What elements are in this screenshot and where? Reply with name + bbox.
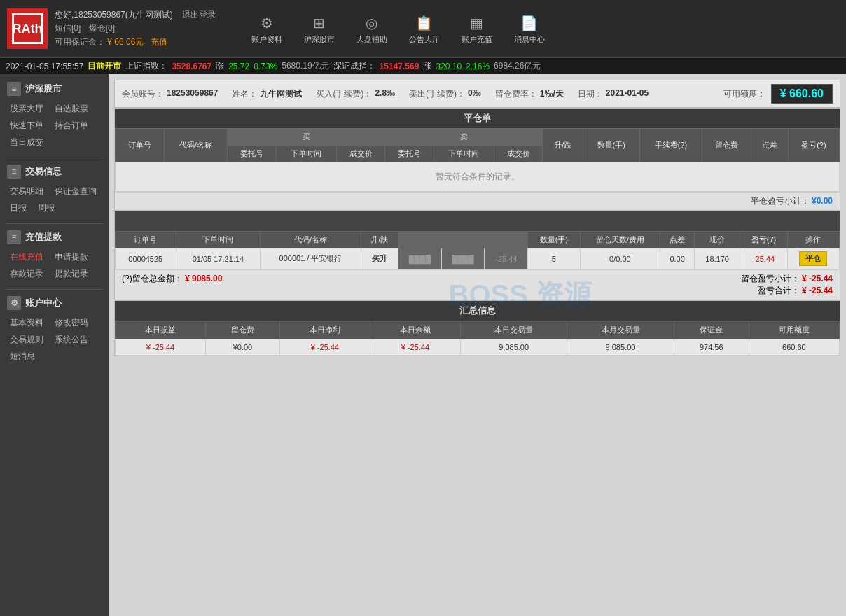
flat-position-button[interactable]: 平仓 xyxy=(799,251,827,266)
nav-assistant-label: 大盘辅助 xyxy=(356,34,387,45)
nav-account[interactable]: ⚙ 账户资料 xyxy=(247,13,286,45)
sidebar-item-trade-detail[interactable]: 交易明细 xyxy=(7,184,46,199)
recharge-link[interactable]: 充值 xyxy=(151,37,167,47)
th-order-no: 订单号 xyxy=(116,129,165,162)
short-msg: 短信[0] xyxy=(55,23,81,33)
pos-qty: 5 xyxy=(528,248,580,270)
sidebar-item-online-recharge[interactable]: 在线充值 xyxy=(7,250,46,265)
pos-th-code-name: 代码/名称 xyxy=(261,232,361,248)
position-panel: 订单号 下单时间 代码/名称 升/跌 数量(手) 留仓天数/费用 点差 现价 盈… xyxy=(114,211,840,300)
name-label: 姓名： xyxy=(232,88,257,100)
logout-button[interactable]: 退出登录 xyxy=(182,10,216,20)
th-overnight: 留仓费 xyxy=(702,129,751,162)
summary-th-3: 本日余额 xyxy=(370,321,460,340)
date-label: 日期： xyxy=(578,88,603,100)
summary-val-0: ¥ -25.44 xyxy=(116,340,206,356)
sidebar-title-shanghai: 沪深股市 xyxy=(25,83,62,95)
total-value: ¥ -25.44 xyxy=(802,286,833,295)
ticker-sz-vol: 6984.26亿元 xyxy=(494,60,541,72)
pos-order-no: 00004525 xyxy=(116,248,176,270)
nav-message[interactable]: 📄 消息中心 xyxy=(510,13,548,45)
position-table: 订单号 下单时间 代码/名称 升/跌 数量(手) 留仓天数/费用 点差 现价 盈… xyxy=(115,231,840,270)
summary-th-5: 本月交易量 xyxy=(567,321,674,340)
sidebar-item-hold-order[interactable]: 持合订单 xyxy=(52,118,91,133)
explosion: 爆仓[0] xyxy=(89,23,115,33)
sidebar-item-stock-hall[interactable]: 股票大厅 xyxy=(7,102,46,116)
pos-overnight-days: 0/0.00 xyxy=(580,248,660,270)
summary-th-1: 留仓费 xyxy=(206,321,280,340)
pos-operation[interactable]: 平仓 xyxy=(787,248,839,270)
flat-footer-amount: ¥0.00 xyxy=(812,196,833,206)
flat-footer-text: 平仓盈亏小计： xyxy=(751,196,810,206)
sidebar-submenu-shanghai: 股票大厅 自选股票 快速下单 持合订单 当日成交 xyxy=(0,100,109,154)
name-field: 姓名： 九牛网测试 xyxy=(232,88,302,100)
content-area: 会员账号： 18253059867 姓名： 九牛网测试 买入(手续费)： 2.8… xyxy=(109,74,846,616)
ticker-status: 目前开市 xyxy=(88,60,121,72)
sidebar-item-deposit-record[interactable]: 存款记录 xyxy=(7,267,46,281)
sidebar-section-account-center: ⚙ 账户中心 基本资料 修改密码 交易规则 系统公告 短消息 xyxy=(0,292,109,368)
sidebar-item-daily[interactable]: 日报 xyxy=(7,201,29,216)
sidebar-item-apply-withdraw[interactable]: 申请提款 xyxy=(52,250,91,265)
nav-market[interactable]: ⊞ 沪深股市 xyxy=(300,13,338,45)
summary-val-3: ¥ -25.44 xyxy=(370,340,460,356)
pos-th-up-down: 升/跌 xyxy=(361,232,398,248)
sidebar-section-shanghai: ≡ 沪深股市 股票大厅 自选股票 快速下单 持合订单 当日成交 xyxy=(0,78,109,154)
summary-val-2: ¥ -25.44 xyxy=(279,340,370,356)
pos-buy-price: ████ xyxy=(398,248,442,270)
top-header: RAth 您好,18253059867(九牛网测试) 退出登录 短信[0] 爆仓… xyxy=(0,0,846,57)
nav-message-label: 消息中心 xyxy=(514,34,545,45)
sidebar-title-account-center: 账户中心 xyxy=(25,297,62,309)
nav-icons: ⚙ 账户资料 ⊞ 沪深股市 ◎ 大盘辅助 📋 公告大厅 ▦ 账户充值 📄 消息中… xyxy=(247,13,548,45)
pos-th-profit-tmp xyxy=(485,232,528,248)
balance-label: 可用保证金： xyxy=(55,37,105,47)
th-up-down: 升/跌 xyxy=(543,129,583,162)
overnight-field: 留仓费率： 1‰/天 xyxy=(495,88,564,100)
sidebar-item-weekly[interactable]: 周报 xyxy=(35,201,57,216)
ticker-sh-vol: 5680.19亿元 xyxy=(282,60,328,72)
ticker-bar: 2021-01-05 17:55:57 目前开市 上证指数： 3528.6767… xyxy=(0,57,846,74)
pos-th-buy-price xyxy=(398,232,442,248)
nav-assistant[interactable]: ◎ 大盘辅助 xyxy=(352,13,391,45)
sidebar-item-short-msg[interactable]: 短消息 xyxy=(7,349,38,364)
sidebar-item-quick-order[interactable]: 快速下单 xyxy=(7,118,46,133)
ticker-datetime: 2021-01-05 17:55:57 xyxy=(6,62,83,71)
announcement-icon: 📋 xyxy=(413,13,436,33)
reserve-total-value: ¥ 9085.00 xyxy=(185,274,222,284)
th-point-diff: 点差 xyxy=(751,129,788,162)
name-value: 九牛网测试 xyxy=(260,88,302,100)
position-panel-header xyxy=(115,211,840,231)
pos-point-diff: 0.00 xyxy=(660,248,695,270)
ticker-sh-rise-label: 涨 xyxy=(216,60,224,72)
sidebar-item-system-notice[interactable]: 系统公告 xyxy=(52,332,91,347)
sidebar-item-withdraw-record[interactable]: 提款记录 xyxy=(52,267,91,281)
summary-th-6: 保证金 xyxy=(674,321,749,340)
pos-th-operation: 操作 xyxy=(787,232,839,248)
pos-profit: -25.44 xyxy=(740,248,788,270)
sidebar-item-basic-info[interactable]: 基本资料 xyxy=(7,316,46,330)
pos-th-sell-price xyxy=(441,232,485,248)
user-greeting: 您好,18253059867(九牛网测试) xyxy=(55,10,173,20)
pos-up-down: 买升 xyxy=(361,248,398,270)
sidebar-submenu-account-center: 基本资料 修改密码 交易规则 系统公告 短消息 xyxy=(0,314,109,368)
flat-panel: 平仓单 订单号 代码/名称 买 卖 升/跌 数量(手) 手续费(?) 留仓费 点… xyxy=(114,108,840,211)
sidebar-item-today-trade[interactable]: 当日成交 xyxy=(7,135,46,150)
pos-code-name: 000001 / 平安银行 xyxy=(261,248,361,270)
nav-announcement[interactable]: 📋 公告大厅 xyxy=(405,13,443,45)
nav-recharge[interactable]: ▦ 账户充值 xyxy=(457,13,496,45)
pos-th-order-time: 下单时间 xyxy=(176,232,261,248)
sidebar-section-trade: ≡ 交易信息 交易明细 保证金查询 日报 周报 xyxy=(0,160,109,220)
flat-empty-msg: 暂无符合条件的记录。 xyxy=(116,162,840,192)
summary-table: 本日损益 留仓费 本日净利 本日余额 本日交易量 本月交易量 保证金 可用额度 xyxy=(115,321,840,356)
sell-fee-label: 卖出(手续费)： xyxy=(409,88,465,100)
sidebar-title-trade: 交易信息 xyxy=(25,165,62,178)
sidebar-item-watchlist[interactable]: 自选股票 xyxy=(52,102,91,116)
sidebar-icon-trade: ≡ xyxy=(7,164,21,178)
subtotal-label: 留仓盈亏小计： xyxy=(741,274,800,284)
sidebar-item-trade-rules[interactable]: 交易规则 xyxy=(7,332,46,347)
logo: RAth xyxy=(7,8,48,49)
sidebar-item-change-password[interactable]: 修改密码 xyxy=(52,316,91,330)
sidebar-item-margin-query[interactable]: 保证金查询 xyxy=(52,184,99,199)
ticker-sh-value: 3528.6767 xyxy=(172,62,212,71)
th-sell-price: 成交价 xyxy=(494,146,543,162)
summary-th-2: 本日净利 xyxy=(279,321,370,340)
